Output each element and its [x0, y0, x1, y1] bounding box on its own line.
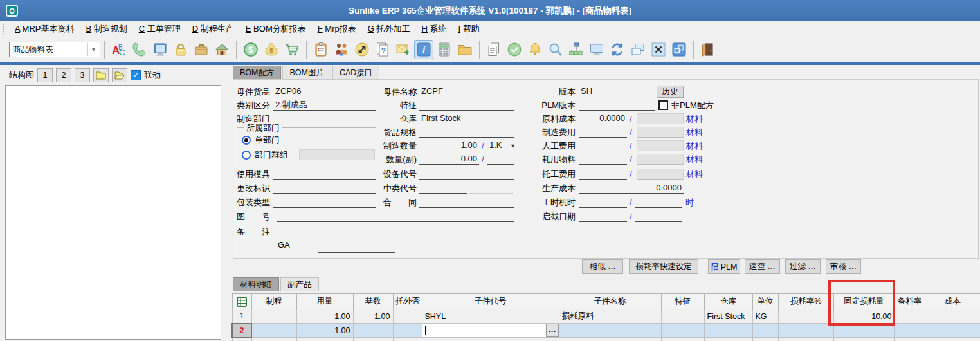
search-icon[interactable]	[546, 40, 565, 59]
col-base[interactable]: 基数	[353, 294, 393, 309]
filter-button[interactable]: 过滤 …	[785, 259, 821, 274]
version-field[interactable]: SH	[579, 86, 655, 97]
outwork-expense-field[interactable]	[579, 169, 627, 180]
tab-bom-picture[interactable]: BOM图片	[282, 66, 331, 79]
cell-feature[interactable]	[661, 324, 704, 338]
col-loss-rate[interactable]: 损耗率%	[778, 294, 833, 309]
contract-field[interactable]	[419, 197, 514, 208]
dollar-coin-icon[interactable]: $	[241, 40, 260, 59]
bom-structure-tree[interactable]	[5, 85, 221, 340]
clipboard-icon[interactable]	[311, 40, 331, 59]
outwork-expense-link[interactable]: 材料	[686, 169, 703, 180]
cell-cost[interactable]	[925, 309, 980, 324]
cell-warehouse[interactable]	[704, 324, 752, 338]
col-process[interactable]: 制程	[251, 294, 296, 309]
cell-child-name[interactable]	[559, 324, 661, 338]
col-fixed-loss[interactable]: 固定损耗量	[833, 294, 894, 309]
mid-class-no-field[interactable]	[419, 183, 467, 194]
mfg-qty-field[interactable]: 1.00	[419, 140, 479, 151]
cell-outsourced[interactable]	[393, 324, 422, 338]
cell-child-name[interactable]: 损耗原料	[559, 309, 661, 324]
monitor-icon[interactable]	[587, 40, 606, 59]
col-prep-rate[interactable]: 备料率	[894, 294, 925, 309]
history-button[interactable]: 历史	[657, 86, 684, 98]
table-row[interactable]	[232, 338, 980, 341]
collapse-folder-button[interactable]	[93, 68, 109, 82]
phone-icon[interactable]	[130, 40, 149, 59]
single-dept-radio[interactable]	[242, 136, 251, 145]
folder-icon[interactable]	[455, 40, 475, 59]
menu-item-process[interactable]: D 制程生产	[186, 21, 240, 37]
tab-cad-interface[interactable]: CAD接口	[332, 66, 379, 79]
briefcase-icon[interactable]	[192, 40, 211, 59]
similar-button[interactable]: 相似 …	[582, 259, 623, 274]
date-range-end-field[interactable]	[635, 211, 682, 222]
shopping-cart-icon[interactable]	[282, 40, 302, 59]
category-field[interactable]: 2.制成品	[273, 100, 376, 111]
computer-icon[interactable]	[150, 40, 170, 59]
audit-button[interactable]: 审核 …	[826, 259, 861, 274]
quick-view-button[interactable]: 速查 …	[745, 259, 780, 274]
expand-folder-button[interactable]	[112, 68, 127, 82]
col-outsourced[interactable]: 托外否	[393, 294, 422, 309]
menu-item-mrp-report[interactable]: F Mrp报表	[312, 21, 362, 37]
info-icon[interactable]: i	[414, 40, 433, 59]
link-arrows-icon[interactable]	[352, 40, 372, 59]
ga-field[interactable]	[318, 242, 395, 253]
single-dept-field[interactable]	[299, 134, 376, 145]
col-unit[interactable]: 单位	[752, 294, 778, 309]
work-hours-link[interactable]: 时	[685, 197, 694, 208]
warehouse-field[interactable]: First Stock	[419, 113, 514, 124]
child-code-edit-cell[interactable]: …	[422, 324, 559, 337]
consumables-link[interactable]: 材料	[686, 154, 703, 165]
col-child-code[interactable]: 子件代号	[422, 294, 559, 309]
menu-item-mfg-plan[interactable]: B 制造规划	[80, 21, 132, 37]
cell-fixed-loss[interactable]: 10.00	[833, 309, 894, 324]
exit-door-icon[interactable]	[698, 40, 718, 59]
menu-item-help[interactable]: I 帮助	[452, 21, 485, 37]
table-row[interactable]: 1 1.00 1.00 SHYL 损耗原料 First Stock KG 10.…	[232, 309, 980, 324]
level-1-button[interactable]: 1	[37, 68, 53, 82]
lock-icon[interactable]	[171, 40, 190, 59]
mail-send-icon[interactable]	[394, 40, 413, 59]
check-circle-icon[interactable]	[505, 40, 524, 59]
work-hours-field[interactable]	[579, 197, 627, 208]
dept-group-radio[interactable]	[242, 151, 251, 160]
people-icon[interactable]	[332, 40, 351, 59]
row-number[interactable]: 2	[232, 324, 251, 338]
money-bag-icon[interactable]: $	[262, 40, 281, 59]
col-cost[interactable]: 成本	[925, 294, 980, 309]
non-plm-checkbox[interactable]	[658, 100, 668, 110]
menu-item-workorder[interactable]: C 工单管理	[133, 21, 186, 37]
cell-unit[interactable]: KG	[752, 309, 778, 324]
mfg-dept-field[interactable]	[273, 113, 376, 124]
calculator-icon[interactable]	[435, 40, 454, 59]
material-cost-field[interactable]: 0.0000	[579, 113, 627, 124]
loss-rate-quick-set-button[interactable]: 损耗率快速设定	[629, 259, 698, 274]
refresh-icon[interactable]	[608, 40, 627, 59]
copy-doc-icon[interactable]	[484, 40, 504, 59]
cell-usage[interactable]: 1.00	[296, 324, 353, 338]
spec-field[interactable]	[419, 127, 514, 138]
change-flag-field[interactable]	[273, 183, 376, 194]
cell-cost[interactable]	[925, 324, 980, 338]
parent-name-field[interactable]: ZCPF	[419, 86, 514, 97]
feature-field[interactable]	[419, 100, 514, 111]
mfg-qty-unit-field[interactable]: 1.K	[487, 140, 509, 151]
remark-field[interactable]	[277, 226, 514, 237]
drawing-no-field[interactable]	[277, 211, 514, 222]
cascade-windows-icon[interactable]	[628, 40, 648, 59]
close-window-icon[interactable]	[649, 40, 668, 59]
qty-aux-unit-field[interactable]	[487, 154, 514, 165]
package-type-field[interactable]	[273, 197, 376, 208]
cell-base[interactable]	[353, 324, 393, 338]
menu-item-mrp[interactable]: A MRP基本资料	[9, 21, 80, 37]
cell-loss-rate[interactable]	[778, 324, 833, 338]
menu-item-system[interactable]: H 系统	[415, 21, 452, 37]
col-child-name[interactable]: 子件名称	[559, 294, 661, 309]
linkage-checkbox[interactable]: ✓	[131, 70, 141, 80]
plm-version-field[interactable]	[579, 100, 655, 111]
plm-button[interactable]: PLM	[708, 259, 740, 274]
tab-byproduct[interactable]: 副产品	[280, 277, 319, 291]
mold-field[interactable]	[273, 169, 376, 180]
